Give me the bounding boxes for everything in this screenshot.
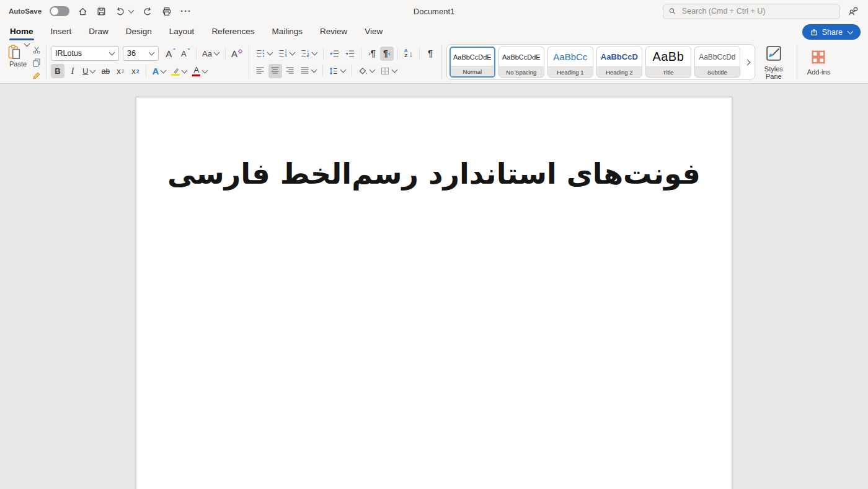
superscript-button[interactable]: x2 — [128, 64, 142, 78]
numbering-button[interactable]: 123 — [276, 47, 297, 61]
tab-view[interactable]: View — [365, 27, 383, 41]
save-button[interactable] — [96, 6, 107, 17]
separator — [323, 47, 324, 60]
redo-button[interactable] — [142, 6, 153, 17]
toggle-knob — [51, 7, 58, 15]
text-effects-caret — [161, 67, 167, 73]
line-spacing-caret — [340, 67, 346, 73]
cut-icon[interactable] — [32, 45, 42, 55]
font-name-caret — [109, 50, 115, 56]
shading-button[interactable] — [356, 64, 377, 78]
search-box[interactable] — [663, 4, 840, 19]
format-painter-icon[interactable] — [32, 71, 42, 81]
autosave-toggle[interactable] — [50, 6, 69, 16]
style-label: Heading 2 — [597, 66, 642, 77]
decrease-indent-button[interactable] — [327, 47, 342, 61]
text-effects-icon: A — [152, 66, 159, 76]
style-chip-no-spacing[interactable]: AaBbCcDdE No Spacing — [498, 47, 544, 78]
home-button[interactable] — [78, 6, 88, 17]
justify-button[interactable] — [298, 64, 319, 78]
group-divider — [797, 45, 797, 79]
style-chip-heading2[interactable]: AaBbCcD Heading 2 — [596, 47, 642, 78]
bullet-list-icon — [255, 48, 265, 58]
font-color-button[interactable]: A — [190, 64, 210, 78]
borders-caret — [391, 67, 397, 73]
separator — [225, 47, 226, 60]
group-divider — [46, 45, 46, 79]
styles-pane-button[interactable]: Styles Pane — [755, 44, 792, 80]
share-button[interactable]: Share — [802, 24, 861, 40]
tab-mailings[interactable]: Mailings — [272, 27, 303, 41]
bold-button[interactable]: B — [51, 64, 64, 78]
style-label: Subtitle — [695, 66, 740, 77]
strikethrough-button[interactable]: ab — [99, 64, 112, 78]
clear-formatting-glyph: A — [231, 48, 237, 59]
font-name-select[interactable]: IRLotus — [51, 46, 119, 61]
ltr-direction-button[interactable]: ›¶ — [365, 47, 379, 61]
tab-review[interactable]: Review — [320, 27, 347, 41]
style-chip-title[interactable]: AaBb Title — [645, 47, 691, 78]
line-spacing-button[interactable] — [327, 64, 348, 78]
align-right-icon — [285, 66, 294, 75]
style-chip-normal[interactable]: AaBbCcDdE Normal — [450, 47, 495, 78]
rtl-direction-button[interactable]: ¶‹ — [380, 47, 394, 61]
shrink-font-button[interactable]: Aˇ — [179, 47, 192, 61]
style-chip-subtitle[interactable]: AaBbCcDd Subtitle — [694, 47, 740, 78]
group-divider — [249, 45, 249, 79]
borders-button[interactable] — [378, 64, 399, 78]
italic-button[interactable]: I — [66, 64, 79, 78]
superscript-digit: 2 — [136, 68, 140, 74]
paste-button[interactable]: Paste — [6, 43, 30, 68]
style-chip-heading1[interactable]: AaBbCc Heading 1 — [547, 47, 593, 78]
clear-formatting-eraser-icon: ◇ — [238, 48, 242, 54]
subscript-button[interactable]: x2 — [113, 64, 127, 78]
styles-gallery-more-button[interactable] — [743, 48, 752, 76]
underline-button[interactable]: U — [81, 64, 97, 78]
increase-indent-button[interactable] — [343, 47, 357, 61]
align-left-button[interactable] — [254, 64, 267, 78]
bullets-button[interactable] — [254, 47, 275, 61]
addins-button[interactable]: Add-ins — [802, 48, 836, 76]
highlight-button[interactable] — [169, 64, 189, 78]
show-marks-button[interactable]: ¶ — [423, 47, 437, 61]
shrink-font-mark: ˇ — [188, 48, 190, 55]
change-case-button[interactable]: Aa — [200, 47, 221, 61]
print-button[interactable] — [161, 6, 172, 17]
more-commands-button[interactable]: ··· — [180, 8, 192, 14]
tab-design[interactable]: Design — [126, 27, 152, 41]
font-size-select[interactable]: 36 — [123, 46, 159, 61]
tab-home[interactable]: Home — [10, 27, 33, 41]
tab-layout[interactable]: Layout — [169, 27, 195, 41]
tab-references[interactable]: References — [211, 27, 254, 41]
clear-formatting-button[interactable]: A◇ — [229, 47, 244, 61]
search-input[interactable] — [681, 6, 835, 16]
tab-draw[interactable]: Draw — [89, 27, 108, 41]
copy-icon[interactable] — [32, 58, 42, 68]
sort-z: Z — [404, 53, 408, 58]
undo-button[interactable] — [115, 6, 134, 17]
bullets-caret — [267, 50, 273, 56]
separator — [352, 65, 352, 77]
paste-clipboard-icon — [6, 43, 23, 60]
document-text[interactable]: فونت‌های استاندارد رسم‌الخط فارسی — [136, 97, 732, 193]
sort-button[interactable]: AZ ↓ — [402, 47, 415, 61]
increase-indent-icon — [345, 49, 355, 58]
multilevel-list-button[interactable]: 1a — [298, 47, 319, 61]
shading-bucket-icon — [358, 66, 368, 76]
undo-icon — [115, 6, 126, 17]
font-group: IRLotus 36 Aˆ Aˇ Aa — [51, 46, 244, 78]
feedback-button[interactable] — [848, 6, 859, 17]
align-center-button[interactable] — [268, 64, 282, 78]
styles-gallery: AaBbCcDdE Normal AaBbCcDdE No Spacing Aa… — [446, 44, 755, 80]
style-label: Title — [646, 66, 691, 77]
separator — [146, 65, 146, 78]
grow-font-button[interactable]: Aˆ — [164, 47, 177, 61]
tab-insert[interactable]: Insert — [51, 27, 72, 41]
document-page[interactable]: فونت‌های استاندارد رسم‌الخط فارسی — [136, 97, 732, 489]
align-right-button[interactable] — [283, 64, 297, 78]
text-effects-button[interactable]: A — [150, 64, 168, 78]
font-color-glyph: A — [193, 66, 199, 74]
title-bar: AutoSave ··· Document1 — [0, 0, 868, 22]
document-workspace: فونت‌های استاندارد رسم‌الخط فارسی — [0, 84, 868, 489]
addins-label: Add-ins — [807, 68, 830, 76]
